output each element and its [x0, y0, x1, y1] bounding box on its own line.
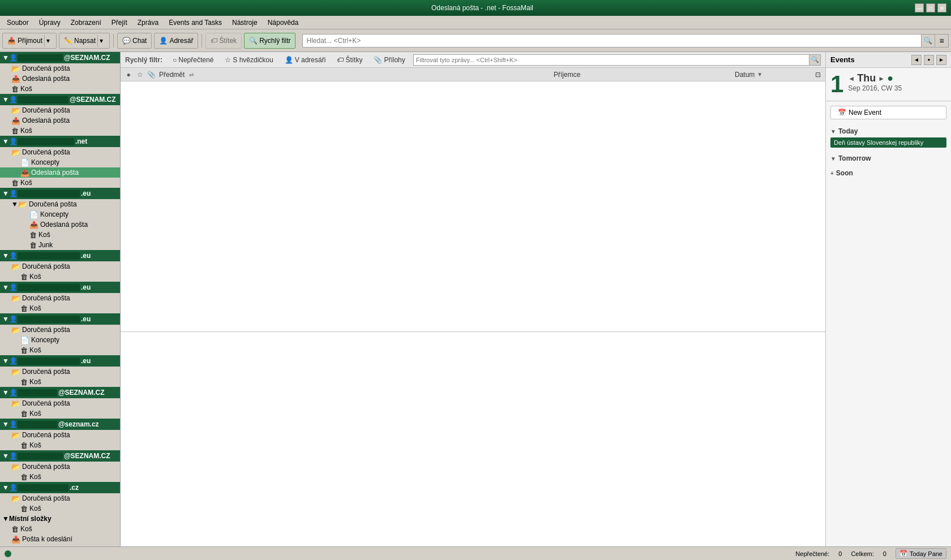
folder-account8-inbox[interactable]: 📂 Doručená pošta — [0, 367, 120, 377]
qf-search-button[interactable]: 🔍 — [809, 54, 821, 66]
folder-account5-trash[interactable]: 🗑 Koš — [0, 272, 120, 282]
menu-upravy[interactable]: Úpravy — [35, 18, 65, 28]
events-today-dot[interactable]: ● — [924, 55, 934, 65]
folder-account2-sent[interactable]: 📤 Odeslaná pošta — [0, 115, 120, 126]
qf-starred-button[interactable]: ☆ S hvězdičkou — [221, 55, 276, 65]
account-5[interactable]: ▼ 👤 .eu — [0, 250, 120, 261]
address-button[interactable]: 👤 Adresář — [154, 33, 198, 49]
search-button[interactable]: 🔍 — [922, 34, 935, 48]
folder-account4-junk[interactable]: 🗑 Junk — [0, 240, 120, 250]
qf-address-button[interactable]: 👤 V adresáři — [281, 55, 329, 65]
folder-account1-inbox[interactable]: 📂 Doručená pošta — [0, 63, 120, 74]
cal-prev-day[interactable]: ◄ — [848, 75, 855, 83]
col-date-header[interactable]: Datum ▼ ⊡ — [732, 71, 823, 79]
menu-zprava[interactable]: Zpráva — [133, 18, 163, 28]
new-event-label: New Event — [849, 109, 881, 117]
account-7[interactable]: ▼ 👤 .eu — [0, 313, 120, 325]
tag-button[interactable]: 🏷 Štítek — [205, 33, 242, 49]
compose-button[interactable]: ✏️ Napsat ▾ — [59, 33, 110, 49]
folder-account5-inbox[interactable]: 📂 Doručená pošta — [0, 261, 120, 272]
folder-account10-trash[interactable]: 🗑 Koš — [0, 440, 120, 450]
events-tomorrow-header[interactable]: ▼ Tomorrow — [830, 153, 946, 163]
folder-account4-sent[interactable]: 📤 Odeslaná pošta — [0, 219, 120, 230]
compose-icon: ✏️ — [64, 37, 72, 45]
inbox10-icon: 📂 — [11, 431, 20, 440]
account-3[interactable]: ▼ 👤 .net — [0, 136, 120, 147]
chat-button[interactable]: 💬 Chat — [117, 33, 152, 49]
account-12[interactable]: ▼ 👤 .cz — [0, 482, 120, 493]
account-1-icon: 👤 — [9, 54, 18, 62]
folder-account7-inbox[interactable]: 📂 Doručená pošta — [0, 325, 120, 335]
account-11[interactable]: ▼ 👤 @SEZNAM.CZ — [0, 450, 120, 462]
receive-button[interactable]: 📥 Přijmout ▾ — [2, 33, 57, 49]
folder-account4-inbox[interactable]: ▼ 📂 Doručená pošta — [0, 199, 120, 209]
folder-account4-trash[interactable]: 🗑 Koš — [0, 230, 120, 240]
compose-dropdown[interactable]: ▾ — [97, 35, 105, 46]
quickfilter-button[interactable]: 🔍 Rychlý filtr — [244, 33, 295, 49]
cal-dot-icon[interactable]: ● — [887, 72, 893, 84]
qf-tags-button[interactable]: 🏷 Štítky — [333, 55, 366, 65]
new-event-button[interactable]: 📅 New Event — [830, 106, 946, 119]
events-next-button[interactable]: ► — [936, 55, 946, 65]
folder-account12-inbox[interactable]: 📂 Doručená pošta — [0, 493, 120, 503]
folder-account7-drafts[interactable]: 📄 Koncepty — [0, 335, 120, 345]
qf-attachments-button[interactable]: 📎 Přílohy — [370, 55, 408, 65]
folder-account12-trash[interactable]: 🗑 Koš — [0, 503, 120, 514]
cal-next-day[interactable]: ► — [878, 75, 885, 83]
account-4[interactable]: ▼ 👤 .eu — [0, 188, 120, 199]
folder-account2-trash[interactable]: 🗑 Koš — [0, 126, 120, 136]
search-input[interactable] — [302, 34, 922, 48]
col-recipients-header[interactable]: Příjemce — [551, 71, 732, 79]
folder-account1-trash[interactable]: 🗑 Koš — [0, 84, 120, 94]
folder-account4-trash-label: Koš — [38, 231, 50, 239]
folder-account3-trash[interactable]: 🗑 Koš — [0, 178, 120, 188]
folder-account9-trash[interactable]: 🗑 Koš — [0, 408, 120, 419]
account-9[interactable]: ▼ 👤 @SEZNAM.CZ — [0, 387, 120, 398]
folder-account3-inbox[interactable]: 📂 Doručená pošta — [0, 147, 120, 157]
menu-soubor[interactable]: Soubor — [2, 18, 33, 28]
folder-account6-trash[interactable]: 🗑 Koš — [0, 303, 120, 313]
col-recipients-label: Příjemce — [554, 71, 580, 79]
col-subject-header[interactable]: Předmět ⇄ — [157, 71, 551, 79]
menu-events-tasks[interactable]: Events and Tasks — [164, 18, 226, 28]
qf-search-input[interactable] — [413, 54, 809, 66]
account-10[interactable]: ▼ 👤 @seznam.cz — [0, 419, 120, 430]
folder-account3-sent[interactable]: 📤 Odeslaná pošta — [0, 167, 120, 178]
account-1[interactable]: ▼ 👤 @SEZNAM.CZ — [0, 52, 120, 63]
menu-prejit[interactable]: Přejít — [107, 18, 132, 28]
folder-local-trash[interactable]: 🗑 Koš — [0, 524, 120, 534]
account-3-suffix: .net — [75, 137, 87, 145]
events-today-header[interactable]: ▼ Today — [830, 126, 946, 136]
folder-account10-inbox[interactable]: 📂 Doručená pošta — [0, 430, 120, 440]
local-folders[interactable]: ▼ Místní složky — [0, 514, 120, 524]
account-7-suffix: .eu — [81, 315, 91, 323]
folder-account1-trash-label: Koš — [20, 85, 32, 93]
folder-account1-sent[interactable]: 📤 Odeslaná pošta — [0, 74, 120, 84]
menu-nastroje[interactable]: Nástroje — [228, 18, 262, 28]
event-item-1[interactable]: Deň ústavy Slovenskej republiky — [830, 137, 946, 148]
folder-account11-inbox[interactable]: 📂 Doručená pošta — [0, 462, 120, 472]
account-8[interactable]: ▼ 👤 .eu — [0, 355, 120, 367]
folder-account11-trash[interactable]: 🗑 Koš — [0, 472, 120, 482]
receive-dropdown[interactable]: ▾ — [44, 35, 52, 46]
account-6[interactable]: ▼ 👤 .eu — [0, 282, 120, 293]
menu-napoveda[interactable]: Nápověda — [263, 18, 303, 28]
close-button[interactable]: ✕ — [937, 3, 946, 12]
folder-account6-inbox[interactable]: 📂 Doručená pošta — [0, 293, 120, 303]
maximize-button[interactable]: □ — [926, 3, 935, 12]
folder-account8-trash[interactable]: 🗑 Koš — [0, 377, 120, 387]
folder-account2-inbox[interactable]: 📂 Doručená pošta — [0, 105, 120, 115]
folder-account7-trash[interactable]: 🗑 Koš — [0, 345, 120, 355]
folder-account4-drafts[interactable]: 📄 Koncepty — [0, 209, 120, 219]
events-prev-button[interactable]: ◄ — [911, 55, 922, 65]
folder-account3-drafts[interactable]: 📄 Koncepty — [0, 157, 120, 167]
events-soon-header[interactable]: + Soon — [830, 168, 946, 178]
minimize-button[interactable]: — — [915, 3, 924, 12]
menu-zobrazeni[interactable]: Zobrazení — [66, 18, 106, 28]
qf-unread-button[interactable]: ○ Nepřečtené — [169, 55, 217, 65]
today-pane-button[interactable]: 📅 Today Pane — [896, 548, 946, 559]
folder-local-outbox[interactable]: 📤 Pošta k odeslání — [0, 534, 120, 544]
account-2[interactable]: ▼ 👤 @SEZNAM.CZ — [0, 94, 120, 105]
search-menu-button[interactable]: ≡ — [935, 34, 949, 48]
folder-account9-inbox[interactable]: 📂 Doručená pošta — [0, 398, 120, 408]
